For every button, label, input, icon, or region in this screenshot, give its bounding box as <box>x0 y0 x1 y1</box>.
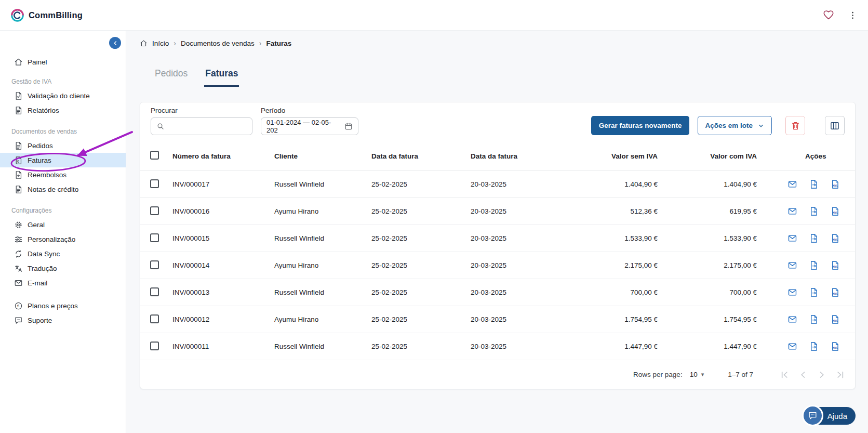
sidebar-item-suporte[interactable]: Suporte <box>0 313 126 327</box>
sidebar-collapse-button[interactable] <box>109 37 121 49</box>
column-header-net: Valor sem IVA <box>553 152 659 160</box>
rows-per-page-value: 10 <box>690 371 698 378</box>
period-filter: Período 01-01-2024 — 02-05-202 <box>261 107 358 135</box>
row-checkbox[interactable] <box>150 342 159 350</box>
sidebar-section-gestao-iva: Gestão de IVA <box>0 78 126 85</box>
row-checkbox[interactable] <box>150 206 159 215</box>
sidebar-item-traducao[interactable]: Tradução <box>0 261 126 275</box>
send-email-button[interactable] <box>787 314 797 324</box>
breadcrumb-documentos-vendas[interactable]: Documentos de vendas <box>181 40 255 47</box>
due-date: 20-03-2025 <box>464 343 553 350</box>
sidebar-item-notas-credito[interactable]: Notas de crédito <box>0 182 126 196</box>
download-xml-button[interactable] <box>830 287 840 297</box>
breadcrumb: Início › Documentos de vendas › Faturas <box>140 38 856 48</box>
row-actions <box>758 260 855 270</box>
delete-button[interactable] <box>785 116 805 135</box>
favorites-button[interactable] <box>823 9 834 21</box>
columns-icon <box>830 121 840 131</box>
row-actions <box>758 342 855 351</box>
invoice-number: INV/000015 <box>166 234 268 242</box>
chevron-down-icon: ▾ <box>701 371 704 378</box>
export-file-button[interactable] <box>809 233 819 243</box>
row-checkbox[interactable] <box>150 233 159 242</box>
kebab-menu-icon <box>848 10 858 20</box>
sidebar-item-geral[interactable]: Geral <box>0 217 126 232</box>
mail-icon <box>787 179 797 189</box>
download-xml-button[interactable] <box>830 260 840 270</box>
row-checkbox[interactable] <box>150 287 159 296</box>
table-header: Número da fatura Cliente Data da fatura … <box>140 141 855 170</box>
help-button[interactable]: Ajuda <box>804 407 856 425</box>
period-input[interactable]: 01-01-2024 — 02-05-202 <box>261 117 358 135</box>
send-email-button[interactable] <box>787 179 797 189</box>
sidebar-item-planos-precos[interactable]: Planos e preços <box>0 298 126 313</box>
file-export-icon <box>809 314 819 324</box>
xml-file-icon <box>830 179 840 189</box>
rows-per-page-select[interactable]: 10 ▾ <box>690 371 704 378</box>
first-page-button[interactable] <box>779 370 790 380</box>
last-page-button[interactable] <box>835 370 846 380</box>
sidebar-item-faturas[interactable]: Faturas <box>0 153 126 167</box>
columns-settings-button[interactable] <box>825 116 845 135</box>
prev-page-button[interactable] <box>798 370 808 380</box>
select-all-checkbox[interactable] <box>150 151 159 160</box>
gross-amount: 1.533,90 € <box>659 234 758 242</box>
row-checkbox[interactable] <box>150 314 159 323</box>
trash-icon <box>791 121 800 130</box>
export-file-button[interactable] <box>809 314 819 324</box>
file-export-icon <box>809 206 819 216</box>
bulk-actions-button[interactable]: Ações em lote <box>698 116 772 135</box>
sidebar-item-label: Validação do cliente <box>28 92 90 100</box>
sidebar-item-validacao-cliente[interactable]: Validação do cliente <box>0 88 126 103</box>
send-email-button[interactable] <box>787 206 797 216</box>
row-actions <box>758 233 855 243</box>
sidebar-item-reembolsos[interactable]: Reembolsos <box>0 167 126 182</box>
download-xml-button[interactable] <box>830 206 840 216</box>
sidebar-item-label: Pedidos <box>28 142 53 150</box>
send-email-button[interactable] <box>787 287 797 297</box>
row-checkbox[interactable] <box>150 260 159 269</box>
download-xml-button[interactable] <box>830 179 840 189</box>
export-file-button[interactable] <box>809 206 819 216</box>
search-input[interactable] <box>169 123 247 130</box>
send-email-button[interactable] <box>787 342 797 351</box>
sidebar-item-email[interactable]: E-mail <box>0 275 126 290</box>
export-file-button[interactable] <box>809 179 819 189</box>
breadcrumb-inicio[interactable]: Início <box>152 40 169 47</box>
export-file-button[interactable] <box>809 260 819 270</box>
net-amount: 512,36 € <box>553 207 659 215</box>
client-name: Russell Winfield <box>268 343 365 350</box>
tab-faturas[interactable]: Faturas <box>204 63 239 87</box>
send-email-button[interactable] <box>787 233 797 243</box>
client-name: Ayumu Hirano <box>268 261 365 269</box>
sidebar-item-painel[interactable]: Painel <box>0 54 126 70</box>
mail-icon <box>787 287 797 297</box>
send-email-button[interactable] <box>787 260 797 270</box>
export-file-button[interactable] <box>809 342 819 351</box>
sidebar-item-label: Geral <box>28 221 45 229</box>
row-checkbox[interactable] <box>150 179 159 188</box>
next-page-button[interactable] <box>817 370 827 380</box>
overflow-menu-button[interactable] <box>848 10 858 20</box>
home-icon <box>14 58 23 67</box>
sidebar-item-label: Notas de crédito <box>28 186 78 193</box>
brand-name: CommBilling <box>29 10 83 20</box>
download-xml-button[interactable] <box>830 233 840 243</box>
sidebar-item-personalizacao[interactable]: Personalização <box>0 232 126 246</box>
export-file-button[interactable] <box>809 287 819 297</box>
sidebar-item-pedidos[interactable]: Pedidos <box>0 138 126 153</box>
file-export-icon <box>809 260 819 270</box>
column-header-invoice: Número da fatura <box>166 152 268 160</box>
invoice-number: INV/000017 <box>166 180 268 188</box>
tab-pedidos[interactable]: Pedidos <box>154 63 189 87</box>
download-xml-button[interactable] <box>830 342 840 351</box>
sidebar-item-label: Painel <box>28 58 47 66</box>
search-icon <box>156 122 165 130</box>
regenerate-invoices-button[interactable]: Gerar faturas novamente <box>591 116 690 135</box>
table-row: INV/000013 Russell Winfield 25-02-2025 2… <box>140 279 855 306</box>
next-page-icon <box>817 370 827 380</box>
table-row: INV/000012 Ayumu Hirano 25-02-2025 20-03… <box>140 306 855 333</box>
download-xml-button[interactable] <box>830 314 840 324</box>
sidebar-item-relatorios[interactable]: Relatórios <box>0 103 126 117</box>
sidebar-item-data-sync[interactable]: Data Sync <box>0 246 126 261</box>
